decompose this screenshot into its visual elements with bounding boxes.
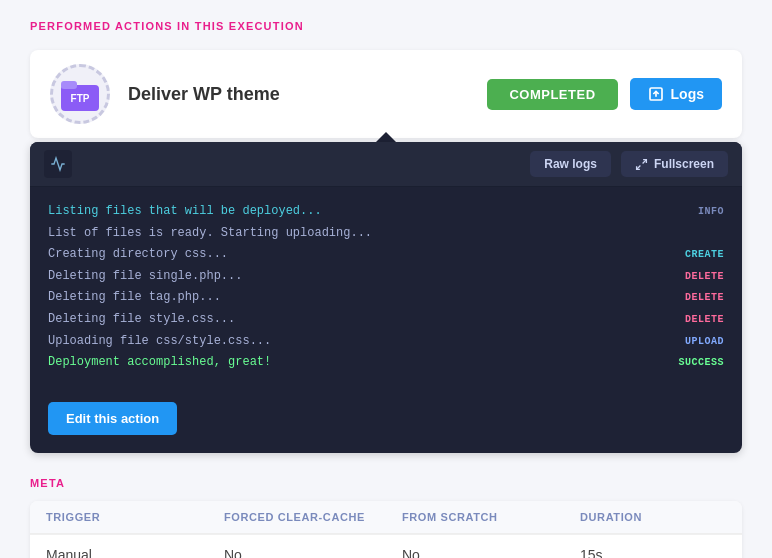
- status-badge: COMPLETED: [487, 79, 617, 110]
- log-tag: UPLOAD: [685, 333, 724, 351]
- log-tag: DELETE: [685, 268, 724, 286]
- log-line: Deleting file tag.php...DELETE: [48, 287, 724, 309]
- svg-rect-1: [61, 81, 77, 89]
- log-text: Deleting file style.css...: [48, 309, 235, 331]
- meta-cell: Manual: [30, 535, 208, 558]
- log-line: Uploading file css/style.css...UPLOAD: [48, 331, 724, 353]
- log-text: Deleting file tag.php...: [48, 287, 221, 309]
- log-line: Deployment accomplished, great!SUCCESS: [48, 352, 724, 374]
- fullscreen-icon: [635, 158, 648, 171]
- meta-column-header: TRIGGER: [30, 501, 208, 533]
- meta-column-header: FROM SCRATCH: [386, 501, 564, 533]
- terminal-icon: [44, 150, 72, 178]
- action-title: Deliver WP theme: [128, 84, 487, 105]
- raw-logs-button[interactable]: Raw logs: [530, 151, 611, 177]
- meta-table-header: TRIGGERFORCED CLEAR-CACHEFROM SCRATCHDUR…: [30, 501, 742, 534]
- ftp-folder-icon: FTP: [61, 77, 99, 111]
- logs-icon: [648, 86, 664, 102]
- log-text: Creating directory css...: [48, 244, 228, 266]
- meta-table: TRIGGERFORCED CLEAR-CACHEFROM SCRATCHDUR…: [30, 501, 742, 558]
- log-tag: SUCCESS: [678, 354, 724, 372]
- log-line: List of files is ready. Starting uploadi…: [48, 223, 724, 245]
- log-tag: DELETE: [685, 289, 724, 307]
- meta-header: META: [30, 477, 742, 489]
- meta-cell: No: [386, 535, 564, 558]
- action-icon-wrapper: FTP: [50, 64, 110, 124]
- log-text: Listing files that will be deployed...: [48, 201, 322, 223]
- action-card: FTP Deliver WP theme COMPLETED Logs: [30, 50, 742, 138]
- meta-cell: No: [208, 535, 386, 558]
- log-line: Creating directory css...CREATE: [48, 244, 724, 266]
- section-header: PERFORMED ACTIONS IN THIS EXECUTION: [30, 20, 742, 32]
- activity-icon: [50, 156, 66, 172]
- terminal-panel: Raw logs Fullscreen Listing files that w…: [30, 142, 742, 453]
- fullscreen-button[interactable]: Fullscreen: [621, 151, 728, 177]
- log-line: Listing files that will be deployed...IN…: [48, 201, 724, 223]
- log-text: List of files is ready. Starting uploadi…: [48, 223, 372, 245]
- logs-button[interactable]: Logs: [630, 78, 722, 110]
- log-text: Uploading file css/style.css...: [48, 331, 271, 353]
- terminal-body: Listing files that will be deployed...IN…: [30, 187, 742, 388]
- meta-section: META TRIGGERFORCED CLEAR-CACHEFROM SCRAT…: [30, 477, 742, 558]
- log-text: Deleting file single.php...: [48, 266, 242, 288]
- log-tag: CREATE: [685, 246, 724, 264]
- meta-table-row: ManualNoNo15s: [30, 534, 742, 558]
- log-text: Deployment accomplished, great!: [48, 352, 271, 374]
- terminal-container: Raw logs Fullscreen Listing files that w…: [30, 142, 742, 453]
- terminal-arrow: [376, 132, 396, 142]
- meta-column-header: DURATION: [564, 501, 742, 533]
- log-line: Deleting file style.css...DELETE: [48, 309, 724, 331]
- meta-column-header: FORCED CLEAR-CACHE: [208, 501, 386, 533]
- meta-cell: 15s: [564, 535, 742, 558]
- log-line: Deleting file single.php...DELETE: [48, 266, 724, 288]
- edit-action-button[interactable]: Edit this action: [48, 402, 177, 435]
- terminal-toolbar: Raw logs Fullscreen: [30, 142, 742, 187]
- svg-text:FTP: FTP: [71, 93, 90, 104]
- log-tag: INFO: [698, 203, 724, 221]
- log-tag: DELETE: [685, 311, 724, 329]
